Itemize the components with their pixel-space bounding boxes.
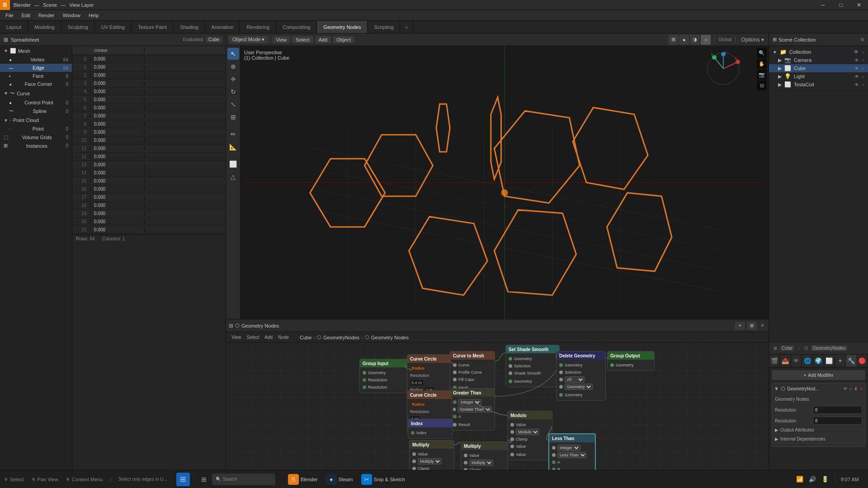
tree-item-camera[interactable]: ▶ 📷 Camera 👁 ○ [769,56,868,64]
rendered-shading-btn[interactable]: ○ [701,35,711,45]
scene-collection-item[interactable]: ▼ 📁 Collection 👁 ○ [769,48,868,56]
curve-section-header[interactable]: ▼ 〜 Curve [0,88,72,99]
node-group-input[interactable]: Group Input Geometry Resolution Resoluti… [359,359,409,393]
props-tab-render[interactable]: 🎬 [769,355,780,367]
point-item[interactable]: · Point 0 [0,125,72,133]
tab-layout[interactable]: Layout [0,21,28,33]
menu-render[interactable]: Render [35,12,58,19]
tree-item-teslacoil[interactable]: ▶ ⬜ TeslaCoil 👁 ○ [769,80,868,89]
light-render-icon[interactable]: ○ [862,74,864,79]
light-vis-icon[interactable]: 👁 [854,74,859,79]
mult1-type-select[interactable]: Multiply [418,458,442,465]
cursor-tool[interactable]: ⊕ [227,61,239,72]
taskbar-steam[interactable]: ♠ Steam [322,472,357,487]
modifier-enabled-icon[interactable]: 👁 [843,386,848,391]
instances-item[interactable]: ⊞ Instances 0 [0,141,72,150]
modifier-delete-icon[interactable]: ✕ [859,386,863,391]
props-tab-world[interactable]: 🌍 [813,355,824,367]
add-modifier-button[interactable]: + Add Modifier [772,370,865,380]
resolution-1-value[interactable]: 8 [813,406,862,414]
menu-file[interactable]: File [2,12,17,19]
breadcrumb-cube[interactable]: Cube [300,335,311,340]
add-cone-tool[interactable]: △ [227,171,239,183]
tab-modeling[interactable]: Modeling [28,21,61,33]
props-tab-modifier[interactable]: 🔧 [846,355,857,367]
options-button[interactable]: Options ▾ [739,37,766,43]
material-shading-btn[interactable]: ◑ [690,35,700,45]
menu-help[interactable]: Help [85,12,103,19]
measure-tool[interactable]: 📐 [227,141,239,153]
ne-add-menu[interactable]: Add [263,335,274,340]
clock[interactable]: 9:07 AM [841,477,859,482]
tab-scripting[interactable]: Scripting [368,21,400,33]
volume-grids-item[interactable]: ⬚ Volume Grids 0 [0,133,72,141]
props-cube-label[interactable]: Cube [780,345,794,351]
props-tab-material[interactable]: 🔴 [857,355,868,367]
select-tool[interactable]: ↖ [227,48,239,60]
navigation-gizmo[interactable]: X Y Z [705,51,741,87]
collection-render-icon[interactable]: ○ [862,50,864,55]
tesla-render-icon[interactable]: ○ [862,82,864,87]
modifier-header[interactable]: ▼ ⬡ GeometryNod... 👁 ○ ⬇ ✕ [772,383,865,394]
vertex-item[interactable]: ● Vertex 64 [0,56,72,64]
menu-edit[interactable]: Edit [18,12,34,19]
tab-sculpting[interactable]: Sculpting [61,21,95,33]
object-menu[interactable]: Object [333,36,354,43]
tab-rendering[interactable]: Rendering [240,21,276,33]
node-modulo[interactable]: Modulo Value Modulo Clamp Value Value [507,411,552,460]
output-attributes-section[interactable]: ▶ Output Attributes [775,427,862,434]
node-editor-new-btn[interactable]: + [735,322,745,330]
tab-geometry-nodes[interactable]: Geometry Nodes [317,21,368,33]
collection-visibility-icon[interactable]: 👁 [854,49,859,55]
node-index[interactable]: Index Index [408,419,453,439]
props-tab-output[interactable]: 📤 [780,355,791,367]
node-set-shade-smooth[interactable]: Set Shade Smooth Geometry Selection Shad… [505,345,560,387]
windows-search[interactable]: 🔍 Search [212,474,275,485]
props-tab-scene[interactable]: 🌐 [802,355,813,367]
object-selector[interactable]: Cube [206,37,222,42]
cube-render-icon[interactable]: ○ [862,66,864,71]
resolution-2-value[interactable]: 8 [813,417,862,425]
add-workspace-button[interactable]: + [400,21,413,33]
close-button[interactable]: ✕ [850,0,868,10]
breadcrumb-geometry-nodes-2[interactable]: Geometry Nodes [371,335,409,340]
props-tab-object[interactable]: ⬜ [824,355,835,367]
internal-dependencies-section[interactable]: ▶ Internal Dependencies [775,436,862,443]
node-editor-close-btn[interactable]: ✕ [759,322,766,329]
tab-shading[interactable]: Shading [174,21,205,33]
start-button[interactable]: ⊞ [176,473,190,486]
tesla-vis-icon[interactable]: 👁 [854,82,859,87]
greater-than-mode-select[interactable]: Greater Than [458,406,492,413]
props-object-icon[interactable]: ⊞ [773,346,778,351]
mult2-type-select[interactable]: Multiply [469,460,493,466]
spline-item[interactable]: 〜 Spline 0 [0,107,72,116]
face-item[interactable]: ▪ Face 0 [0,72,72,80]
node-curve-to-mesh[interactable]: Curve to Mesh Curve Profile Curve Fill C… [450,351,495,394]
zoom-to-cursor-btn[interactable]: 🔍 [757,48,767,58]
node-greater-than[interactable]: Greater Than Integer Greater Than [450,388,495,431]
select-menu[interactable]: Select [292,36,313,43]
greater-than-type-select[interactable]: Integer [458,399,481,405]
ne-view-menu[interactable]: View [230,335,243,340]
control-point-item[interactable]: ● Control Point 0 [0,99,72,107]
minimize-button[interactable]: ─ [814,0,832,10]
node-canvas[interactable]: Group Input Geometry Resolution Resoluti… [226,343,769,477]
cube-vis-icon[interactable]: 👁 [854,66,859,71]
ne-node-menu[interactable]: Node [276,335,291,340]
move-tool[interactable]: ✛ [227,73,239,85]
tree-item-light[interactable]: ▶ 💡 Light 👁 ○ [769,72,868,80]
tab-animation[interactable]: Animation [205,21,241,33]
camera-render-icon[interactable]: ○ [862,58,864,63]
props-tab-view[interactable]: 👁 [791,355,802,367]
delete-domain-select[interactable]: Geometry [565,384,593,390]
transform-tool[interactable]: ⊞ [227,111,239,123]
solid-shading-btn[interactable]: ● [679,35,689,45]
face-corner-item[interactable]: ◂ Face Corner 0 [0,80,72,88]
camera-view-btn[interactable]: 📷 [757,70,767,80]
rotate-tool[interactable]: ↻ [227,86,239,98]
delete-mode-select[interactable]: AllEdge [565,376,585,383]
node-editor-copy-btn[interactable]: ⊞ [747,322,757,330]
less-than-type-select[interactable]: Integer [557,445,580,451]
scene-collection-filter[interactable]: ⚙ [860,37,864,42]
scale-tool[interactable]: ⤡ [227,99,239,110]
